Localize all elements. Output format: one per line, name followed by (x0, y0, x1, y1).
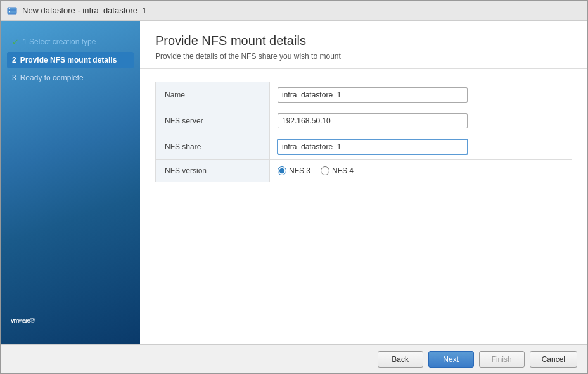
window: New datastore - infra_datastore_1 ✓ 1 Se… (0, 0, 588, 374)
vmware-logo-text: vm (11, 317, 18, 324)
main-content: Provide NFS mount details Provide the de… (140, 21, 587, 344)
nfs-share-field (270, 134, 572, 160)
finish-button[interactable]: Finish (479, 351, 525, 368)
nfs-server-field (270, 108, 572, 134)
nfs-version-radio-group: NFS 3 NFS 4 (278, 166, 564, 175)
name-label: Name (156, 82, 270, 108)
step1-label: 1 (23, 37, 27, 46)
main-header: Provide NFS mount details Provide the de… (140, 21, 587, 69)
svg-point-3 (9, 11, 10, 12)
cancel-button[interactable]: Cancel (530, 351, 577, 368)
nfs4-radio[interactable] (321, 166, 329, 175)
next-button[interactable]: Next (428, 351, 474, 368)
nfs-server-row: NFS server (156, 108, 572, 134)
name-row: Name (156, 82, 572, 108)
back-button[interactable]: Back (378, 351, 423, 368)
nfs-version-label: NFS version (156, 160, 270, 182)
nfs-share-label: NFS share (156, 134, 270, 160)
nfs-version-row: NFS version NFS 3 NFS 4 (156, 160, 572, 182)
datastore-icon (7, 6, 17, 16)
nfs3-label: NFS 3 (289, 166, 310, 175)
svg-point-2 (9, 8, 10, 9)
sidebar-item-step3[interactable]: 3 Ready to complete (7, 70, 134, 86)
vmware-trademark: ® (30, 316, 34, 324)
nfs-server-input[interactable] (278, 113, 468, 128)
nfs-server-label: NFS server (156, 108, 270, 134)
nfs-version-field: NFS 3 NFS 4 (270, 160, 572, 182)
step2-text: Provide NFS mount details (20, 56, 117, 65)
title-bar: New datastore - infra_datastore_1 (1, 1, 587, 21)
window-title: New datastore - infra_datastore_1 (22, 6, 147, 15)
nfs4-option[interactable]: NFS 4 (321, 166, 354, 175)
page-title: Provide NFS mount details (155, 34, 572, 48)
sidebar-item-step1[interactable]: ✓ 1 Select creation type (7, 34, 134, 51)
name-field (270, 82, 572, 108)
nfs4-label: NFS 4 (332, 166, 354, 175)
steps-list: ✓ 1 Select creation type 2 Provide NFS m… (1, 34, 140, 87)
content-area: ✓ 1 Select creation type 2 Provide NFS m… (1, 21, 587, 344)
nfs-share-input[interactable] (278, 139, 468, 154)
name-input[interactable] (278, 87, 468, 103)
vmware-logo-area: vmware® (1, 302, 140, 344)
step1-text: Select creation type (27, 37, 96, 46)
sidebar: ✓ 1 Select creation type 2 Provide NFS m… (1, 21, 140, 344)
nfs-share-row: NFS share (156, 134, 572, 160)
nfs3-option[interactable]: NFS 3 (278, 166, 310, 175)
main-body: Name NFS server NFS share (140, 69, 587, 344)
svg-rect-0 (8, 8, 16, 14)
form-table: Name NFS server NFS share (155, 82, 572, 182)
vmware-logo: vmware® (11, 315, 130, 332)
page-subtitle: Provide the details of the NFS share you… (155, 52, 572, 61)
step3-number: 3 (12, 73, 16, 82)
step3-text: Ready to complete (20, 73, 84, 82)
step2-number: 2 (12, 56, 16, 65)
sidebar-item-step2[interactable]: 2 Provide NFS mount details (7, 52, 134, 68)
footer: Back Next Finish Cancel (1, 344, 587, 373)
vmware-logo-suffix: ware (18, 317, 30, 324)
check-icon: ✓ (12, 37, 19, 47)
nfs3-radio[interactable] (278, 166, 286, 175)
